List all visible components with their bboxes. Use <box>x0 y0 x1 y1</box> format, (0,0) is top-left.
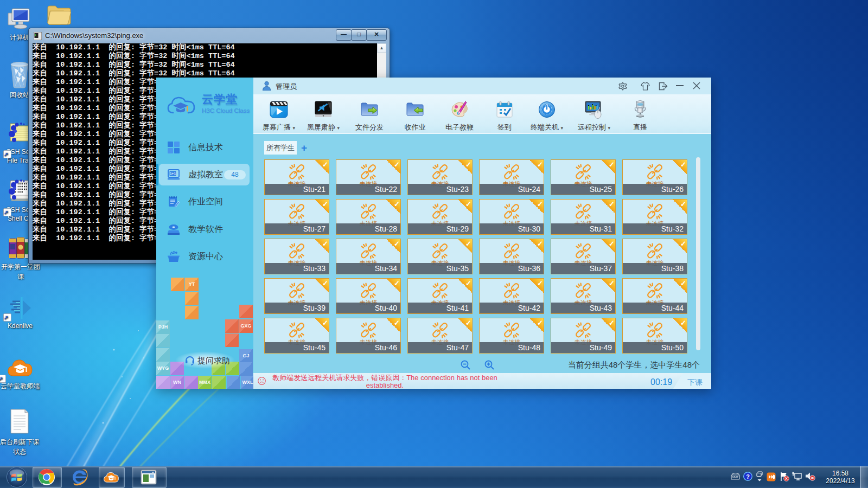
svg-text:1+1: 1+1 <box>170 172 176 176</box>
svg-text:?: ? <box>746 473 750 480</box>
